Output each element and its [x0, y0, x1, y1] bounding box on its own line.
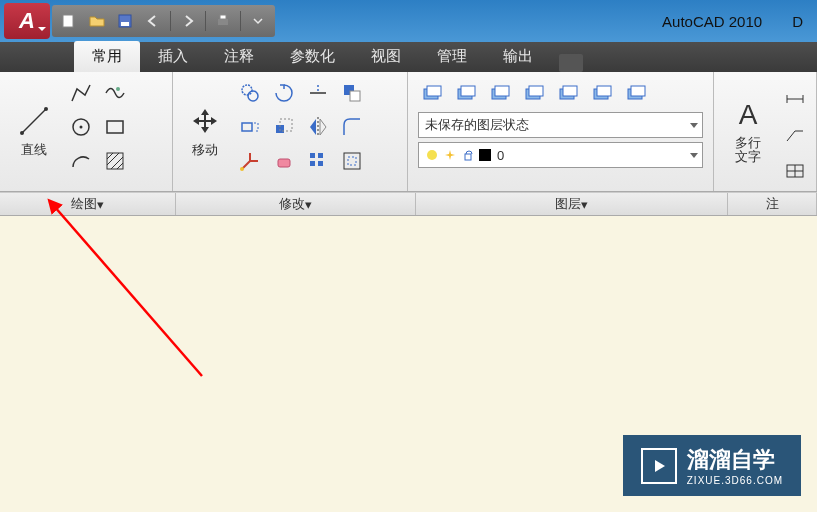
separator: [240, 11, 241, 31]
svg-point-10: [80, 126, 83, 129]
trim-button[interactable]: [303, 78, 333, 108]
tab-annotate[interactable]: 注释: [206, 41, 272, 72]
svg-point-7: [44, 107, 48, 111]
svg-rect-12: [107, 153, 123, 169]
arc-button[interactable]: [66, 146, 96, 176]
svg-point-17: [242, 85, 252, 95]
leader-button[interactable]: [780, 120, 810, 150]
redo-button[interactable]: [175, 8, 201, 34]
panel-layers: 未保存的图层状态 0: [408, 72, 714, 191]
layer-off-button[interactable]: [452, 78, 482, 108]
dropdown-arrow-icon: [690, 153, 698, 158]
svg-rect-29: [310, 153, 315, 158]
save-button[interactable]: [112, 8, 138, 34]
tab-insert[interactable]: 插入: [140, 41, 206, 72]
array-button[interactable]: [303, 146, 333, 176]
svg-rect-42: [529, 86, 543, 96]
spline-button[interactable]: [100, 78, 130, 108]
svg-rect-34: [348, 157, 356, 165]
panel-label-annotate[interactable]: 注: [728, 193, 817, 215]
svg-rect-4: [220, 15, 226, 19]
separator: [205, 11, 206, 31]
tab-manage[interactable]: 管理: [419, 41, 485, 72]
dropdown-arrow-icon: [38, 27, 46, 31]
layer-match-button[interactable]: [622, 78, 652, 108]
table-button[interactable]: [780, 156, 810, 186]
erase-button[interactable]: [269, 146, 299, 176]
line-label: 直线: [21, 141, 47, 159]
rectangle-button[interactable]: [100, 112, 130, 142]
panel-label-layers[interactable]: 图层 ▾: [416, 193, 728, 215]
panel-label-modify[interactable]: 修改 ▾: [176, 193, 416, 215]
layer-freeze-button[interactable]: [520, 78, 550, 108]
svg-rect-30: [318, 153, 323, 158]
mtext-button[interactable]: A 多行 文字: [720, 78, 776, 186]
layer-state-text: 未保存的图层状态: [425, 116, 529, 134]
move-label: 移动: [192, 141, 218, 159]
copy-button[interactable]: [235, 78, 265, 108]
bring-front-button[interactable]: [337, 78, 367, 108]
stretch-button[interactable]: [235, 112, 265, 142]
layer-state-dropdown[interactable]: 未保存的图层状态: [418, 112, 703, 138]
mtext-label: 多行 文字: [735, 136, 761, 165]
svg-rect-38: [461, 86, 475, 96]
move-button[interactable]: 移动: [179, 78, 231, 185]
panel-label-draw[interactable]: 绘图 ▾: [0, 193, 176, 215]
svg-point-18: [248, 91, 258, 101]
layer-color-swatch: [479, 149, 491, 161]
svg-point-49: [427, 150, 437, 160]
layer-select-dropdown[interactable]: 0: [418, 142, 703, 168]
tab-output[interactable]: 输出: [485, 41, 551, 72]
svg-point-27: [240, 167, 244, 171]
circle-button[interactable]: [66, 112, 96, 142]
layer-properties-button[interactable]: [418, 78, 448, 108]
ribbon-tabs: 常用 插入 注释 参数化 视图 管理 输出: [0, 42, 817, 72]
svg-rect-28: [278, 159, 290, 167]
svg-rect-33: [344, 153, 360, 169]
panel-draw: 直线: [0, 72, 173, 191]
rotate-button[interactable]: [269, 78, 299, 108]
tab-home[interactable]: 常用: [74, 41, 140, 72]
line-button[interactable]: 直线: [6, 78, 62, 185]
panel-modify: 移动: [173, 72, 408, 191]
explode-button[interactable]: [235, 146, 265, 176]
print-button[interactable]: [210, 8, 236, 34]
tab-view[interactable]: 视图: [353, 41, 419, 72]
layer-isolate-button[interactable]: [486, 78, 516, 108]
quick-access-toolbar: [52, 5, 275, 37]
doc-name: D: [792, 13, 803, 30]
svg-point-8: [116, 87, 120, 91]
app-menu-logo: A: [19, 8, 35, 34]
open-file-button[interactable]: [84, 8, 110, 34]
svg-rect-32: [318, 161, 323, 166]
layer-unlock-button[interactable]: [588, 78, 618, 108]
svg-line-5: [22, 109, 46, 133]
window-title: AutoCAD 2010 D: [662, 13, 803, 30]
svg-rect-40: [495, 86, 509, 96]
hatch-button[interactable]: [100, 146, 130, 176]
app-menu-button[interactable]: A: [4, 3, 50, 39]
svg-rect-11: [107, 121, 123, 133]
svg-rect-31: [310, 161, 315, 166]
polyline-button[interactable]: [66, 78, 96, 108]
svg-rect-2: [121, 22, 129, 26]
app-name: AutoCAD 2010: [662, 13, 762, 30]
svg-rect-48: [631, 86, 645, 96]
svg-rect-36: [427, 86, 441, 96]
scale-button[interactable]: [269, 112, 299, 142]
mirror-button[interactable]: [303, 112, 333, 142]
separator: [170, 11, 171, 31]
watermark: 溜溜自学 ZIXUE.3D66.COM: [623, 435, 801, 496]
watermark-sub: ZIXUE.3D66.COM: [687, 475, 783, 486]
dimension-button[interactable]: [780, 84, 810, 114]
qat-dropdown-button[interactable]: [245, 8, 271, 34]
tab-minimize-button[interactable]: [559, 54, 583, 72]
layer-lock-button[interactable]: [554, 78, 584, 108]
offset-button[interactable]: [337, 146, 367, 176]
svg-rect-3: [218, 19, 228, 25]
fillet-button[interactable]: [337, 112, 367, 142]
new-file-button[interactable]: [56, 8, 82, 34]
undo-button[interactable]: [140, 8, 166, 34]
tab-parametric[interactable]: 参数化: [272, 41, 353, 72]
watermark-main: 溜溜自学: [687, 445, 783, 475]
